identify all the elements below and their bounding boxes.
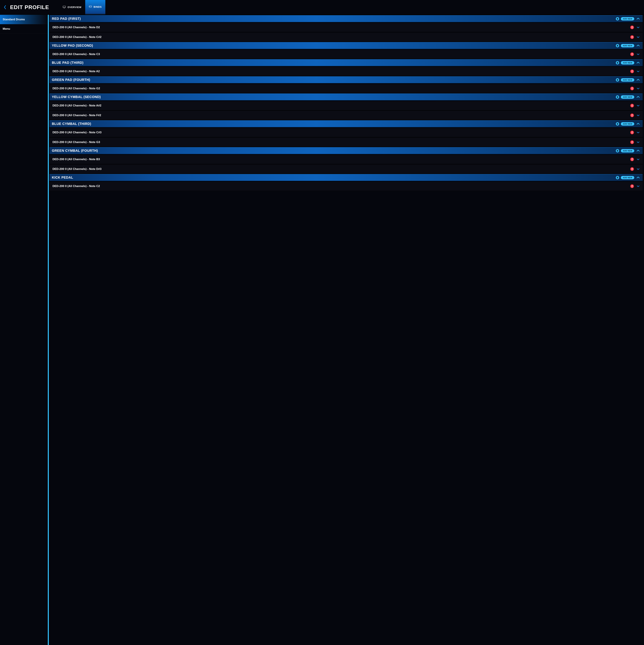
- sidebar-item-label: Standard Drums: [3, 18, 25, 21]
- svg-point-40: [618, 124, 618, 124]
- collapse-button[interactable]: [636, 149, 640, 153]
- expand-bind-button[interactable]: [636, 185, 640, 188]
- tab-overview[interactable]: OVERVIEW: [59, 0, 85, 14]
- add-new-button[interactable]: ADD NEW: [621, 78, 634, 81]
- svg-point-10: [618, 18, 618, 19]
- delete-bind-button[interactable]: [630, 184, 634, 188]
- add-new-button[interactable]: ADD NEW: [621, 95, 634, 99]
- delete-bind-button[interactable]: [630, 158, 634, 161]
- svg-point-44: [617, 150, 618, 151]
- delete-bind-button[interactable]: [630, 52, 634, 56]
- section-settings-button[interactable]: [616, 61, 619, 64]
- bind-row: DED-200 0 (All Channels) - Note A2: [49, 67, 643, 76]
- section-settings-button[interactable]: [616, 122, 619, 126]
- bind-label: DED-200 0 (All Channels) - Note G2: [52, 87, 628, 90]
- delete-bind-button[interactable]: [630, 69, 634, 73]
- collapse-button[interactable]: [636, 17, 640, 20]
- section-settings-button[interactable]: [616, 149, 619, 153]
- trash-icon: [631, 104, 633, 107]
- delete-bind-button[interactable]: [630, 131, 634, 134]
- add-new-button[interactable]: ADD NEW: [621, 176, 634, 179]
- svg-point-36: [617, 97, 618, 98]
- delete-bind-button[interactable]: [630, 140, 634, 144]
- bind-group: GREEN PAD (FOURTH)ADD NEWDED-200 0 (All …: [49, 76, 643, 93]
- collapse-button[interactable]: [636, 78, 640, 81]
- bind-row: DED-200 0 (All Channels) - Note C#3: [49, 128, 643, 137]
- add-new-button[interactable]: ADD NEW: [621, 149, 634, 153]
- expand-bind-button[interactable]: [636, 52, 640, 56]
- svg-point-32: [617, 96, 618, 97]
- delete-bind-button[interactable]: [630, 35, 634, 39]
- expand-bind-button[interactable]: [636, 35, 640, 39]
- add-new-button[interactable]: ADD NEW: [621, 61, 634, 64]
- collapse-button[interactable]: [636, 122, 640, 126]
- svg-point-18: [617, 46, 618, 46]
- bind-label: DED-200 0 (All Channels) - Note C3: [52, 52, 628, 56]
- svg-point-22: [618, 62, 618, 63]
- expand-bind-button[interactable]: [636, 114, 640, 117]
- bind-group: BLUE CYMBAL (THIRD)ADD NEWDED-200 0 (All…: [49, 121, 643, 147]
- chevron-down-icon: [637, 105, 640, 106]
- tab-binds[interactable]: BINDS: [85, 0, 105, 14]
- bind-row: DED-200 0 (All Channels) - Note G2: [49, 84, 643, 93]
- expand-bind-button[interactable]: [636, 167, 640, 171]
- delete-bind-button[interactable]: [630, 167, 634, 171]
- add-new-button[interactable]: ADD NEW: [621, 17, 634, 20]
- svg-point-42: [617, 124, 618, 125]
- section-title: BLUE CYMBAL (THIRD): [52, 122, 614, 126]
- collapse-button[interactable]: [636, 95, 640, 99]
- bind-row: DED-200 0 (All Channels) - Note G3: [49, 138, 643, 147]
- binds-scroll[interactable]: RED PAD (FIRST)ADD NEWDED-200 0 (All Cha…: [49, 15, 644, 645]
- page-title: EDIT PROFILE: [10, 0, 59, 14]
- back-button[interactable]: [0, 0, 10, 14]
- section-settings-button[interactable]: [616, 95, 619, 99]
- trash-icon: [631, 185, 633, 187]
- section-settings-button[interactable]: [616, 44, 619, 47]
- sidebar-item-menu[interactable]: Menu: [0, 24, 48, 34]
- add-new-button[interactable]: ADD NEW: [621, 122, 634, 126]
- section-title: YELLOW CYMBAL (SECOND): [52, 95, 614, 99]
- add-new-button[interactable]: ADD NEW: [621, 44, 634, 47]
- section-settings-button[interactable]: [616, 78, 619, 81]
- svg-point-30: [617, 80, 618, 81]
- delete-bind-button[interactable]: [630, 86, 634, 90]
- collapse-button[interactable]: [636, 44, 640, 47]
- sidebar-item-label: Menu: [3, 27, 10, 31]
- delete-bind-button[interactable]: [630, 104, 634, 108]
- section-header: YELLOW PAD (SECOND)ADD NEW: [49, 42, 643, 49]
- bind-label: DED-200 0 (All Channels) - Note C#3: [52, 131, 628, 134]
- bind-group: BLUE PAD (THIRD)ADD NEWDED-200 0 (All Ch…: [49, 59, 643, 76]
- delete-bind-button[interactable]: [630, 114, 634, 117]
- section-settings-button[interactable]: [616, 176, 619, 179]
- delete-bind-button[interactable]: [630, 25, 634, 29]
- monitor-icon: [63, 6, 66, 9]
- content-pane: RED PAD (FIRST)ADD NEWDED-200 0 (All Cha…: [48, 15, 644, 645]
- expand-bind-button[interactable]: [636, 104, 640, 107]
- bind-label: DED-200 0 (All Channels) - Note A2: [52, 70, 628, 73]
- collapse-button[interactable]: [636, 61, 640, 64]
- section-settings-button[interactable]: [616, 17, 619, 20]
- expand-bind-button[interactable]: [636, 141, 640, 144]
- trash-icon: [631, 53, 633, 55]
- bind-row: DED-200 0 (All Channels) - Note C3: [49, 49, 643, 59]
- sliders-icon: [617, 18, 619, 20]
- svg-point-48: [617, 151, 618, 152]
- chevron-up-icon: [636, 18, 640, 20]
- chevron-down-icon: [637, 141, 640, 143]
- expand-bind-button[interactable]: [636, 26, 640, 29]
- expand-bind-button[interactable]: [636, 131, 640, 134]
- chevron-down-icon: [637, 70, 640, 72]
- section-title: KICK PEDAL: [52, 176, 614, 180]
- tab-label: BINDS: [94, 6, 102, 8]
- chevron-down-icon: [637, 36, 640, 38]
- expand-bind-button[interactable]: [636, 158, 640, 161]
- trash-icon: [631, 70, 633, 72]
- svg-point-54: [617, 178, 618, 179]
- expand-bind-button[interactable]: [636, 87, 640, 90]
- chevron-down-icon: [637, 132, 640, 134]
- expand-bind-button[interactable]: [636, 70, 640, 73]
- tab-bar: OVERVIEWBINDS: [59, 0, 105, 14]
- collapse-button[interactable]: [636, 176, 640, 179]
- chevron-up-icon: [636, 96, 640, 98]
- sidebar-item-standard-drums[interactable]: Standard Drums: [0, 15, 48, 24]
